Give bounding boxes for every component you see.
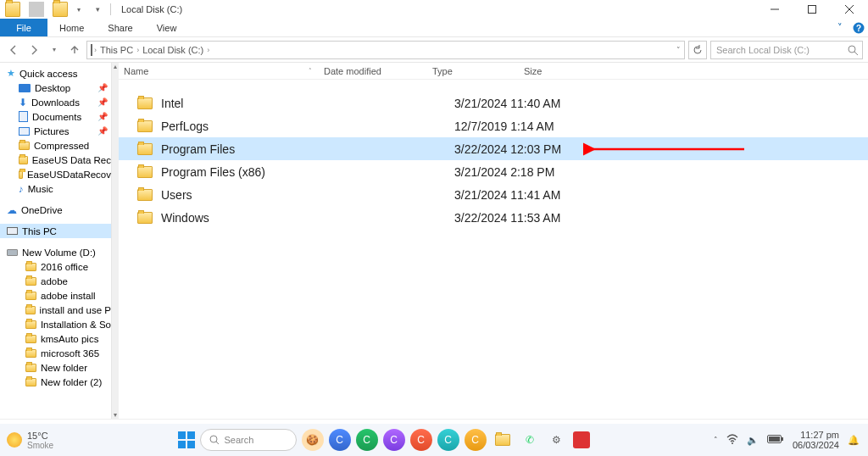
tree-pictures[interactable]: Pictures📌 bbox=[0, 124, 111, 138]
qat-item[interactable] bbox=[53, 2, 68, 17]
folder-icon bbox=[25, 320, 36, 329]
tree-quick-access[interactable]: ★Quick access bbox=[0, 66, 111, 81]
qat-item[interactable]: ▾ bbox=[90, 2, 105, 17]
tree-downloads[interactable]: ⬇Downloads📌 bbox=[0, 95, 111, 109]
file-date: 3/21/2024 11:40 AM bbox=[449, 97, 868, 110]
forward-button[interactable] bbox=[25, 42, 42, 58]
file-name: Program Files (x86) bbox=[161, 165, 265, 179]
tree-folder[interactable]: adobe install bbox=[0, 288, 111, 303]
recent-locations-button[interactable]: ▾ bbox=[46, 42, 63, 58]
file-row[interactable]: Program Files (x86)3/21/2024 2:18 PM bbox=[119, 160, 868, 183]
pc-icon bbox=[91, 45, 92, 55]
tree-easeus2[interactable]: EaseUSDataRecov bbox=[0, 167, 111, 181]
breadcrumb[interactable]: Local Disk (C:) bbox=[141, 45, 205, 55]
file-row[interactable]: Intel3/21/2024 11:40 AM bbox=[119, 92, 868, 114]
file-row[interactable]: Program Files3/22/2024 12:03 PM bbox=[119, 137, 868, 160]
tree-this-pc[interactable]: This PC bbox=[0, 224, 111, 238]
folder-icon bbox=[137, 212, 153, 224]
taskbar-app-icon[interactable]: 🍪 bbox=[302, 429, 324, 451]
breadcrumb[interactable]: This PC bbox=[98, 45, 135, 55]
tree-onedrive[interactable]: ☁OneDrive bbox=[0, 203, 111, 217]
tree-music[interactable]: ♪Music bbox=[0, 181, 111, 196]
volume-icon[interactable]: 🔈 bbox=[747, 435, 759, 446]
start-button[interactable] bbox=[178, 431, 195, 448]
address-bar[interactable]: › This PC › Local Disk (C:) › ˅ bbox=[86, 41, 685, 59]
separator bbox=[29, 2, 44, 17]
file-row[interactable]: Users3/21/2024 11:41 AM bbox=[119, 183, 868, 206]
tree-folder[interactable]: install and use P bbox=[0, 303, 111, 317]
taskbar-settings-icon[interactable]: ⚙ bbox=[546, 429, 568, 451]
address-dropdown-icon[interactable]: ˅ bbox=[676, 46, 681, 54]
taskbar-explorer-icon[interactable] bbox=[492, 429, 514, 451]
maximize-button[interactable] bbox=[793, 0, 831, 19]
tree-compressed[interactable]: Compressed bbox=[0, 138, 111, 153]
tree-folder[interactable]: 2016 office bbox=[0, 259, 111, 274]
window-title: Local Disk (C:) bbox=[121, 4, 182, 14]
tree-folder[interactable]: adobe bbox=[0, 274, 111, 288]
wifi-icon[interactable] bbox=[726, 434, 738, 446]
tree-folder[interactable]: kmsAuto pics bbox=[0, 331, 111, 346]
ribbon-collapse-button[interactable]: ˅ bbox=[831, 19, 849, 36]
close-button[interactable] bbox=[831, 0, 868, 19]
col-name[interactable]: Name˄ bbox=[119, 63, 319, 79]
taskbar-app-icon[interactable] bbox=[573, 431, 590, 448]
taskbar-whatsapp-icon[interactable]: ✆ bbox=[519, 429, 541, 451]
notification-icon[interactable]: 🔔 bbox=[848, 435, 860, 446]
tree-drive-d[interactable]: New Volume (D:) bbox=[0, 245, 111, 259]
svg-point-11 bbox=[732, 442, 733, 444]
svg-point-6 bbox=[849, 46, 855, 53]
document-icon bbox=[19, 111, 28, 122]
col-type[interactable]: Type bbox=[427, 63, 519, 79]
folder-icon bbox=[137, 97, 153, 109]
up-button[interactable] bbox=[66, 42, 83, 58]
ribbon-tab-share[interactable]: Share bbox=[96, 19, 144, 36]
tray-chevron-icon[interactable]: ˄ bbox=[714, 436, 718, 444]
qat-dropdown-icon[interactable]: ▾ bbox=[71, 2, 86, 17]
tree-documents[interactable]: Documents📌 bbox=[0, 109, 111, 124]
taskbar-weather[interactable]: 15°C Smoke bbox=[0, 431, 53, 450]
file-row[interactable]: PerfLogs12/7/2019 1:14 AM bbox=[119, 114, 868, 137]
file-date: 3/22/2024 12:03 PM bbox=[449, 142, 868, 156]
tree-folder[interactable]: microsoft 365 bbox=[0, 346, 111, 360]
taskbar-app-icon[interactable]: C bbox=[410, 429, 432, 451]
navbar: ▾ › This PC › Local Disk (C:) › ˅ Search… bbox=[0, 37, 868, 63]
tree-folder[interactable]: New folder (2) bbox=[0, 375, 111, 389]
minimize-button[interactable] bbox=[756, 0, 793, 19]
weather-text: Smoke bbox=[27, 441, 53, 450]
taskbar-clock[interactable]: 11:27 pm 06/03/2024 bbox=[793, 430, 839, 450]
file-list: Name˄ Date modified Type Size Intel3/21/… bbox=[119, 63, 868, 419]
chevron-right-icon: › bbox=[94, 46, 97, 54]
tree-folder[interactable]: New folder bbox=[0, 360, 111, 375]
taskbar-app-icon[interactable]: C bbox=[437, 429, 459, 451]
tree-desktop[interactable]: Desktop📌 bbox=[0, 81, 111, 95]
folder-icon bbox=[25, 378, 36, 386]
col-size[interactable]: Size bbox=[519, 63, 578, 79]
clock-date: 06/03/2024 bbox=[793, 440, 839, 450]
help-button[interactable]: ? bbox=[849, 19, 868, 36]
pc-icon bbox=[7, 227, 18, 235]
tree-scrollbar[interactable] bbox=[112, 63, 119, 419]
svg-line-7 bbox=[854, 52, 858, 55]
tree-easeus1[interactable]: EaseUS Data Rec bbox=[0, 153, 111, 167]
back-button[interactable] bbox=[5, 42, 22, 58]
taskbar-app-icon[interactable]: C bbox=[329, 429, 351, 451]
taskbar-search[interactable]: Search bbox=[200, 429, 297, 451]
app-icon bbox=[5, 2, 20, 17]
battery-icon[interactable] bbox=[767, 435, 784, 445]
folder-icon bbox=[137, 189, 153, 201]
file-row[interactable]: Windows3/22/2024 11:53 AM bbox=[119, 206, 868, 229]
file-menu[interactable]: File bbox=[0, 19, 47, 36]
col-date[interactable]: Date modified bbox=[319, 63, 427, 79]
star-icon: ★ bbox=[7, 68, 15, 79]
folder-icon bbox=[25, 349, 36, 358]
folder-icon bbox=[137, 143, 153, 155]
svg-rect-14 bbox=[769, 437, 780, 442]
refresh-button[interactable] bbox=[688, 41, 707, 59]
tree-folder[interactable]: Installation & So bbox=[0, 317, 111, 331]
ribbon-tab-view[interactable]: View bbox=[145, 19, 189, 36]
ribbon-tab-home[interactable]: Home bbox=[47, 19, 96, 36]
taskbar-app-icon[interactable]: C bbox=[383, 429, 405, 451]
search-box[interactable]: Search Local Disk (C:) bbox=[710, 41, 863, 59]
taskbar-app-icon[interactable]: C bbox=[465, 429, 487, 451]
taskbar-app-icon[interactable]: C bbox=[356, 429, 378, 451]
